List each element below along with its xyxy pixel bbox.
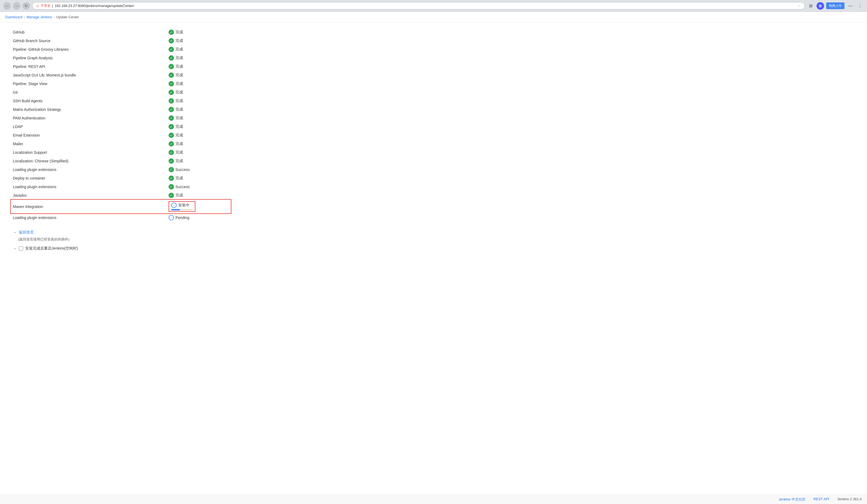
- plugin-status: ···安装中: [167, 200, 231, 213]
- plugin-name: Pipeline: Stage View: [11, 79, 167, 88]
- status-text: 完成: [175, 98, 183, 103]
- status-text: 完成: [175, 133, 183, 138]
- plugin-name: Loading plugin extensions: [11, 182, 167, 191]
- plugin-status-cell: ···Pending: [169, 215, 229, 220]
- status-icon-done: ✓: [169, 167, 174, 172]
- upload-button[interactable]: 拖拽上传: [826, 2, 844, 9]
- plugin-status: ✓完成: [167, 71, 231, 79]
- brave-icon: B: [816, 2, 824, 10]
- status-text: Success: [175, 185, 190, 189]
- plugin-status: ✓Success: [167, 165, 231, 174]
- plugin-name: Localization: Chinese (Simplified): [11, 157, 167, 165]
- status-icon-done: ✓: [169, 90, 174, 95]
- status-icon-done: ✓: [169, 38, 174, 43]
- table-row: Localization Support✓完成: [11, 148, 231, 157]
- table-row: Localization: Chinese (Simplified)✓完成: [11, 157, 231, 165]
- forward-button[interactable]: →: [13, 2, 20, 10]
- plugin-name: PAM Authentication: [11, 114, 167, 122]
- plugin-status-cell: ✓完成: [169, 124, 229, 129]
- plugin-status-cell: ✓完成: [169, 98, 229, 104]
- plugin-status: ✓完成: [167, 122, 231, 131]
- plugin-name: Loading plugin extensions: [11, 165, 167, 174]
- breadcrumb-manage-jenkins[interactable]: Manage Jenkins: [26, 15, 52, 19]
- table-row: Pipeline: REST API✓完成: [11, 62, 231, 71]
- breadcrumb: Dashboard › Manage Jenkins › Update Cent…: [0, 12, 867, 23]
- plugin-name: LDAP: [11, 122, 167, 131]
- return-home-link[interactable]: 返回首页: [19, 230, 34, 235]
- address-separator: |: [52, 4, 53, 8]
- plugin-status-cell: ✓Success: [169, 184, 229, 190]
- plugin-status-cell: ✓完成: [169, 73, 229, 78]
- plugin-status-cell: ✓完成: [169, 158, 229, 164]
- plugin-status: ✓完成: [167, 114, 231, 122]
- status-text: 完成: [175, 55, 183, 61]
- restart-checkbox[interactable]: [19, 246, 23, 251]
- breadcrumb-dashboard[interactable]: Dashboard: [6, 15, 23, 19]
- bookmark-icon: ☆: [798, 4, 801, 8]
- status-text: 完成: [175, 150, 183, 155]
- table-row: GitHub Branch Source✓完成: [11, 36, 231, 45]
- plugin-status-cell: ✓完成: [169, 55, 229, 61]
- back-button[interactable]: ←: [3, 2, 11, 10]
- plugin-status-cell: ✓完成: [169, 193, 229, 198]
- plugin-name: Localization Support: [11, 148, 167, 157]
- status-icon-done: ✓: [169, 98, 174, 104]
- plugin-status: ✓完成: [167, 36, 231, 45]
- plugin-status: ✓完成: [167, 79, 231, 88]
- plugin-status: ✓完成: [167, 174, 231, 182]
- plugin-name: Matrix Authorization Strategy: [11, 105, 167, 114]
- table-row: Pipeline Graph Analysis✓完成: [11, 54, 231, 62]
- plugin-status: ✓完成: [167, 148, 231, 157]
- table-row: Pipeline: GitHub Groovy Libraries✓完成: [11, 45, 231, 54]
- plugin-name: Pipeline: REST API: [11, 62, 167, 71]
- plugin-status: ✓完成: [167, 131, 231, 140]
- plugin-name: Javadoc: [11, 191, 167, 200]
- table-row: Git✓完成: [11, 88, 231, 97]
- status-text: 完成: [175, 90, 183, 95]
- plugin-status: ✓完成: [167, 45, 231, 54]
- reload-button[interactable]: ↻: [23, 2, 30, 10]
- security-warning-text: 不安全: [41, 3, 51, 8]
- status-icon-pending: ···: [169, 215, 174, 220]
- plugin-status-cell: ✓完成: [169, 90, 229, 95]
- plugin-status: ✓完成: [167, 191, 231, 200]
- status-text: Pending: [175, 215, 189, 220]
- plugin-status: ✓完成: [167, 28, 231, 36]
- status-text: 完成: [175, 73, 183, 77]
- security-warning-icon: ⚠: [36, 4, 39, 8]
- status-icon-done: ✓: [169, 107, 174, 112]
- minimize-button[interactable]: —: [847, 2, 854, 10]
- footer-section: → 返回首页 (返回首页使用已经安装好的插件) → 安装完成后重启Jenkins…: [11, 230, 231, 251]
- extensions-button[interactable]: ⊞: [807, 2, 814, 10]
- table-row: Matrix Authorization Strategy✓完成: [11, 105, 231, 114]
- plugin-name: Maven Integration: [11, 200, 167, 213]
- plugin-name: Email Extension: [11, 131, 167, 140]
- plugin-name: Deploy to container: [11, 174, 167, 182]
- plugin-name: Loading plugin extensions: [11, 213, 167, 222]
- status-icon-done: ✓: [169, 132, 174, 138]
- plugin-status-cell: ✓完成: [169, 107, 229, 112]
- status-icon-done: ✓: [169, 81, 174, 86]
- plugin-name: Mailer: [11, 140, 167, 148]
- table-row: Javadoc✓完成: [11, 191, 231, 200]
- more-button[interactable]: ⋮: [856, 2, 864, 10]
- status-icon-done: ✓: [169, 124, 174, 129]
- status-text: 完成: [175, 39, 183, 43]
- status-text: 完成: [175, 159, 183, 163]
- table-row: Mailer✓完成: [11, 140, 231, 148]
- restart-label[interactable]: 安装完成后重启Jenkins(空闲时): [25, 246, 78, 251]
- status-icon-done: ✓: [169, 55, 174, 61]
- plugin-name: GitHub: [11, 28, 167, 36]
- status-text: 完成: [175, 30, 183, 35]
- restart-row: → 安装完成后重启Jenkins(空闲时): [13, 246, 229, 251]
- table-row: PAM Authentication✓完成: [11, 114, 231, 122]
- progress-bar: [171, 209, 180, 211]
- plugin-status-cell: ✓完成: [169, 81, 229, 86]
- plugin-status-cell: ✓完成: [169, 30, 229, 35]
- address-bar[interactable]: ⚠ 不安全 | 192.168.23.27:8080/jenkins/manag…: [32, 2, 805, 9]
- status-icon-done: ✓: [169, 150, 174, 155]
- status-text: 完成: [175, 107, 183, 112]
- browser-chrome: ← → ↻ ⚠ 不安全 | 192.168.23.27:8080/jenkins…: [0, 0, 867, 12]
- status-icon-done: ✓: [169, 158, 174, 164]
- plugin-status: ✓完成: [167, 88, 231, 97]
